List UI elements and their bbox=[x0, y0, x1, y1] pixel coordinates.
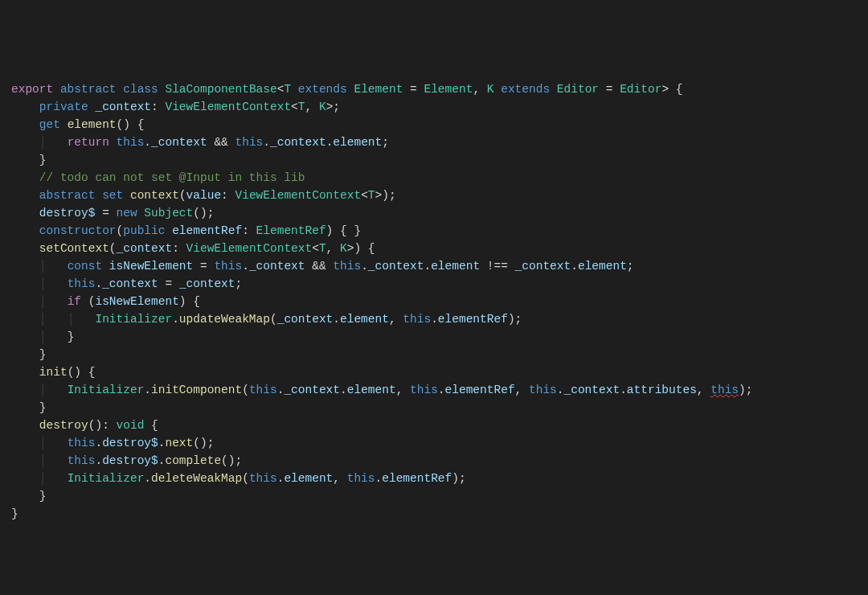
code-token: ( bbox=[179, 189, 186, 202]
code-token: ) { } bbox=[326, 224, 362, 237]
code-line[interactable]: │ return this._context && this._context.… bbox=[11, 133, 868, 151]
code-token: } bbox=[39, 401, 47, 414]
code-token: this bbox=[403, 313, 431, 326]
code-token: this bbox=[410, 384, 438, 396]
code-token: context bbox=[130, 189, 179, 202]
code-token: Initializer bbox=[68, 472, 145, 485]
code-token: this bbox=[214, 260, 242, 273]
code-line[interactable]: abstract set context(value: ViewElementC… bbox=[11, 187, 868, 204]
code-token: destroy$ bbox=[102, 437, 158, 449]
code-token: elementRef bbox=[382, 472, 452, 485]
code-line[interactable]: } bbox=[11, 505, 868, 523]
indent-guide: │ bbox=[39, 330, 47, 343]
code-token: = bbox=[403, 83, 424, 96]
code-token: >; bbox=[326, 101, 340, 113]
code-token: Editor bbox=[620, 83, 661, 96]
code-token: public bbox=[123, 224, 165, 237]
code-line[interactable]: │ this._context = _context; bbox=[11, 275, 868, 293]
code-token: complete bbox=[165, 454, 221, 467]
code-line[interactable]: init() { bbox=[11, 363, 868, 381]
code-token: ViewElementContext bbox=[235, 189, 362, 202]
code-token: Editor bbox=[557, 83, 599, 96]
code-token: . bbox=[340, 384, 347, 396]
code-token: this bbox=[68, 277, 96, 290]
code-token: extends bbox=[298, 83, 347, 96]
code-token: next bbox=[165, 437, 193, 449]
code-token: = bbox=[193, 260, 214, 273]
code-token: T bbox=[284, 83, 291, 96]
code-token: extends bbox=[501, 83, 550, 96]
code-line[interactable]: } bbox=[11, 399, 868, 416]
code-line[interactable]: │ this.destroy$.next(); bbox=[11, 434, 868, 452]
code-token: } bbox=[39, 490, 47, 503]
code-token: } bbox=[68, 330, 75, 343]
code-token: } bbox=[39, 348, 47, 361]
code-token: attributes bbox=[627, 384, 697, 396]
code-token: . bbox=[95, 437, 102, 449]
indent-guide: │ bbox=[39, 472, 47, 485]
code-token bbox=[550, 83, 557, 96]
code-token: , bbox=[697, 384, 710, 396]
code-token: && bbox=[207, 136, 235, 149]
code-line[interactable]: destroy$ = new Subject(); bbox=[11, 204, 868, 222]
code-line[interactable]: constructor(public elementRef: ElementRe… bbox=[11, 222, 868, 240]
code-token: _context bbox=[277, 313, 334, 326]
code-token: = bbox=[599, 83, 620, 96]
code-token: K bbox=[487, 83, 494, 96]
code-token: element bbox=[68, 118, 117, 131]
code-token: private bbox=[39, 101, 88, 113]
code-token: , bbox=[333, 472, 346, 485]
code-token: destroy$ bbox=[102, 454, 158, 467]
code-line[interactable]: get element() { bbox=[11, 116, 868, 133]
code-token: ( bbox=[242, 384, 249, 396]
code-token: . bbox=[620, 384, 627, 396]
code-line[interactable]: │ if (isNewElement) { bbox=[11, 293, 868, 310]
code-token: : bbox=[221, 189, 235, 202]
code-line[interactable]: │ const isNewElement = this._context && … bbox=[11, 257, 868, 275]
code-token: _context bbox=[564, 384, 620, 396]
code-token: abstract bbox=[39, 189, 96, 202]
code-token: Subject bbox=[144, 207, 193, 220]
code-line[interactable]: private _context: ViewElementContext<T, … bbox=[11, 98, 868, 116]
code-token bbox=[60, 118, 68, 131]
code-token: , bbox=[396, 384, 410, 396]
code-token: isNewElement bbox=[95, 295, 178, 308]
code-line[interactable]: setContext(_context: ViewElementContext<… bbox=[11, 240, 868, 257]
indent-guide: │ bbox=[39, 136, 47, 149]
code-line[interactable]: } bbox=[11, 487, 868, 505]
code-line[interactable]: │ Initializer.initComponent(this._contex… bbox=[11, 381, 868, 399]
code-line[interactable]: │ │ Initializer.updateWeakMap(_context.e… bbox=[11, 310, 868, 328]
code-token: SlaComponentBase bbox=[165, 83, 276, 96]
code-token: // todo can not set @Input in this lib bbox=[39, 171, 305, 184]
code-token: T bbox=[368, 189, 375, 202]
code-token: elementRef bbox=[438, 313, 508, 326]
code-token: . bbox=[557, 384, 564, 396]
code-line[interactable]: │ this.destroy$.complete(); bbox=[11, 452, 868, 470]
code-token: Initializer bbox=[95, 313, 172, 326]
code-editor-viewport[interactable]: export abstract class SlaComponentBase<T… bbox=[11, 80, 868, 523]
code-token: this bbox=[68, 437, 96, 449]
code-line[interactable]: } bbox=[11, 346, 868, 363]
code-token: this bbox=[333, 260, 361, 273]
code-line[interactable]: destroy(): void { bbox=[11, 416, 868, 434]
code-line[interactable]: } bbox=[11, 151, 868, 169]
code-token: this bbox=[249, 384, 277, 396]
code-token: element bbox=[340, 313, 389, 326]
indent-guide: │ bbox=[39, 260, 47, 273]
code-token: void bbox=[117, 419, 145, 432]
code-token: ( bbox=[270, 313, 277, 326]
code-line[interactable]: │ Initializer.deleteWeakMap(this.element… bbox=[11, 470, 868, 487]
code-line[interactable]: // todo can not set @Input in this lib bbox=[11, 169, 868, 187]
code-token: ); bbox=[739, 384, 752, 396]
code-token: abstract bbox=[60, 83, 117, 96]
code-token: K bbox=[319, 101, 326, 113]
code-line[interactable]: │ } bbox=[11, 328, 868, 346]
code-token: , bbox=[326, 242, 340, 255]
code-line[interactable]: export abstract class SlaComponentBase<T… bbox=[11, 80, 868, 98]
code-token: deleteWeakMap bbox=[151, 472, 242, 485]
code-token: value bbox=[186, 189, 222, 202]
code-token: ( bbox=[109, 242, 117, 255]
code-token: _context bbox=[117, 242, 173, 255]
code-token bbox=[291, 83, 298, 96]
code-token: ; bbox=[235, 277, 243, 290]
